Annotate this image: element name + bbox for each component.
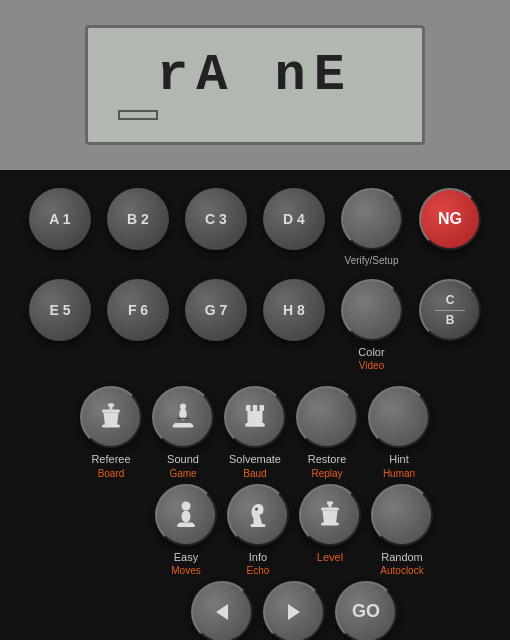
prev-icon xyxy=(210,600,234,624)
svg-rect-11 xyxy=(260,405,265,411)
referee-container: Referee Board xyxy=(80,386,142,479)
random-label: Random Autoclock xyxy=(380,550,423,577)
random-main: Random xyxy=(380,550,423,564)
hint-sub: Human xyxy=(383,467,415,480)
easy-main: Easy xyxy=(171,550,200,564)
info-sub: Echo xyxy=(247,564,270,577)
play-icon xyxy=(282,600,306,624)
lcd-display: rA nE xyxy=(157,50,353,102)
d4-button[interactable]: D 4 xyxy=(263,188,325,250)
nextbest-button[interactable] xyxy=(191,581,253,640)
svg-rect-13 xyxy=(245,423,265,427)
sound-sub: Game xyxy=(167,467,199,480)
solvemate-label: Solvemate Baud xyxy=(229,452,281,479)
sound-container: Sound Game xyxy=(152,386,214,479)
restore-button[interactable] xyxy=(296,386,358,448)
info-main: Info xyxy=(247,550,270,564)
autoplay-button[interactable] xyxy=(263,581,325,640)
cb-bottom: B xyxy=(446,313,455,327)
c3-button[interactable]: C 3 xyxy=(185,188,247,250)
svg-marker-24 xyxy=(216,604,228,620)
hint-label: Hint Human xyxy=(383,452,415,479)
color-container xyxy=(341,279,403,341)
svg-rect-22 xyxy=(321,507,339,510)
svg-rect-23 xyxy=(321,522,339,525)
lcd-indicator xyxy=(118,110,158,120)
referee-label: Referee Board xyxy=(91,452,130,479)
lcd-screen: rA nE xyxy=(85,25,425,145)
random-button[interactable] xyxy=(371,484,433,546)
controls-area: A 1 B 2 C 3 D 4 NG Verify/Setup E 5 xyxy=(0,170,510,640)
color-button[interactable] xyxy=(341,279,403,341)
solvemate-button[interactable] xyxy=(224,386,286,448)
rook-icon xyxy=(240,402,270,432)
verify-container xyxy=(341,188,403,250)
e5-button[interactable]: E 5 xyxy=(29,279,91,341)
hint-main: Hint xyxy=(383,452,415,466)
ng-button[interactable]: NG xyxy=(419,188,481,250)
sound-main: Sound xyxy=(167,452,199,466)
g7-button[interactable]: G 7 xyxy=(185,279,247,341)
level-king-icon xyxy=(315,500,345,530)
svg-point-19 xyxy=(255,507,258,510)
cb-button[interactable]: C B xyxy=(419,279,481,341)
info-container: Info Echo xyxy=(227,484,289,577)
restore-container: Restore Replay xyxy=(296,386,358,479)
go-container: GO xyxy=(335,581,397,640)
btn-c3-container: C 3 xyxy=(185,188,247,250)
cb-top: C xyxy=(446,293,455,307)
autoplay-container: Autoplay xyxy=(263,581,325,640)
color-main: Color xyxy=(341,345,403,359)
color-label: Color Video xyxy=(341,345,403,372)
svg-marker-25 xyxy=(288,604,300,620)
btn-h8-container: H 8 xyxy=(263,279,325,341)
h8-button[interactable]: H 8 xyxy=(263,279,325,341)
solvemate-main: Solvemate xyxy=(229,452,281,466)
go-button[interactable]: GO xyxy=(335,581,397,640)
f6-button[interactable]: F 6 xyxy=(107,279,169,341)
level-button[interactable] xyxy=(299,484,361,546)
btn-d4-container: D 4 xyxy=(263,188,325,250)
bishop-icon xyxy=(168,402,198,432)
level-container: Level xyxy=(299,484,361,577)
easy-sub: Moves xyxy=(171,564,200,577)
sound-label: Sound Game xyxy=(167,452,199,479)
svg-rect-1 xyxy=(110,404,113,410)
svg-rect-21 xyxy=(329,501,332,507)
b2-button[interactable]: B 2 xyxy=(107,188,169,250)
random-container: Random Autoclock xyxy=(371,484,433,577)
referee-button[interactable] xyxy=(80,386,142,448)
verify-label: Verify/Setup xyxy=(341,254,403,267)
easy-button[interactable] xyxy=(155,484,217,546)
cb-divider xyxy=(435,310,465,311)
svg-rect-17 xyxy=(177,524,195,527)
verify-button[interactable] xyxy=(341,188,403,250)
info-button[interactable] xyxy=(227,484,289,546)
btn-g7-container: G 7 xyxy=(185,279,247,341)
nextbest-container: Next Best xyxy=(191,581,253,640)
referee-main: Referee xyxy=(91,452,130,466)
display-area: rA nE xyxy=(0,0,510,170)
solvemate-sub: Baud xyxy=(229,467,281,480)
knight-icon xyxy=(243,500,273,530)
svg-point-14 xyxy=(182,501,191,510)
btn-e5-container: E 5 xyxy=(29,279,91,341)
svg-rect-2 xyxy=(102,410,120,413)
pawn-icon xyxy=(171,500,201,530)
level-label: Level xyxy=(317,550,343,564)
info-label: Info Echo xyxy=(247,550,270,577)
svg-rect-3 xyxy=(102,425,120,428)
color-sub: Video xyxy=(341,359,403,372)
svg-rect-10 xyxy=(253,405,258,411)
solvemate-container: Solvemate Baud xyxy=(224,386,286,479)
svg-rect-7 xyxy=(173,425,194,428)
ng-container: NG xyxy=(419,188,481,250)
easy-container: Easy Moves xyxy=(155,484,217,577)
cb-container: C B xyxy=(419,279,481,341)
hint-button[interactable] xyxy=(368,386,430,448)
referee-sub: Board xyxy=(91,467,130,480)
restore-label: Restore Replay xyxy=(308,452,347,479)
svg-rect-9 xyxy=(246,405,251,411)
a1-button[interactable]: A 1 xyxy=(29,188,91,250)
sound-button[interactable] xyxy=(152,386,214,448)
